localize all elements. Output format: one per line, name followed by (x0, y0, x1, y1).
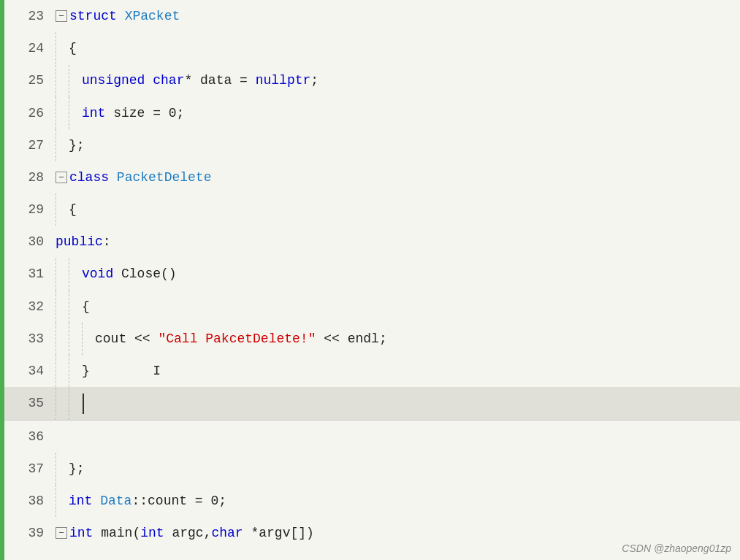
token-normal: { (82, 299, 90, 314)
indent-guide (56, 97, 69, 129)
code-editor: 23−struct XPacket24{25unsigned char* dat… (0, 0, 740, 560)
fold-icon[interactable]: − (56, 10, 67, 22)
indent-guide (56, 291, 69, 323)
line-number: 24 (4, 32, 53, 64)
line-row: 31void Close() (4, 258, 740, 290)
code-content: } I (53, 355, 740, 387)
indent-guide (56, 355, 69, 387)
token-normal: main( (93, 526, 140, 540)
code-content: −struct XPacket (53, 0, 740, 32)
code-content (53, 387, 740, 420)
token-null-kw: nullptr (256, 73, 311, 88)
code-content: void Close() (53, 258, 740, 290)
line-number: 29 (4, 193, 53, 226)
watermark: CSDN @zhaopeng01zp (622, 542, 731, 554)
code-content: }; (53, 453, 740, 485)
fold-icon[interactable]: − (56, 527, 67, 539)
token-normal (117, 9, 125, 23)
line-row: 24{ (4, 32, 740, 64)
line-number: 31 (4, 258, 53, 290)
line-number: 28 (4, 161, 53, 193)
line-row: 26int size = 0; (4, 97, 740, 129)
line-row: 35 (4, 387, 740, 420)
indent-guide (69, 97, 82, 129)
code-content: public: (53, 226, 740, 258)
line-row: 27}; (4, 129, 740, 161)
line-number: 25 (4, 64, 53, 96)
line-row: 30public: (4, 226, 740, 258)
indent-guide (69, 258, 82, 291)
line-row: 38int Data::count = 0; (4, 485, 740, 517)
token-kw-blue: void (82, 266, 113, 281)
code-content: int size = 0; (53, 97, 740, 129)
indent-guide (56, 129, 69, 161)
code-content: { (53, 193, 740, 226)
line-number: 32 (4, 291, 53, 323)
token-normal: *argv[]) (243, 526, 314, 540)
line-number: 26 (4, 97, 53, 129)
code-content: { (53, 32, 740, 64)
token-normal: { (69, 202, 77, 217)
code-content: }; (53, 129, 740, 161)
token-normal: ::count = 0; (131, 494, 226, 508)
token-kw-blue: unsigned (82, 73, 145, 88)
token-string-red: "Call PakcetDelete!" (158, 331, 316, 346)
token-kw-blue: class (69, 170, 109, 185)
line-number: 37 (4, 453, 53, 485)
indent-guide (56, 193, 69, 226)
code-content (53, 420, 740, 453)
line-row: 37}; (4, 453, 740, 485)
line-row: 29{ (4, 193, 740, 226)
line-number: 34 (4, 355, 53, 387)
token-type-name: PacketDelete (117, 170, 212, 185)
indent-guide (56, 323, 69, 355)
line-row: 25unsigned char* data = nullptr; (4, 64, 740, 96)
token-normal: } (82, 364, 90, 378)
token-normal (109, 170, 117, 185)
fold-icon[interactable]: − (56, 172, 67, 183)
code-content: −class PacketDelete (53, 161, 740, 193)
token-normal: << endl; (316, 331, 386, 346)
line-number: 30 (4, 226, 53, 258)
indent-guide (69, 323, 82, 355)
line-number: 38 (4, 485, 53, 517)
token-kw-blue: int (140, 526, 164, 540)
token-type-name: XPacket (125, 9, 180, 23)
indent-guide (56, 388, 69, 420)
line-row: 32{ (4, 291, 740, 323)
token-normal: }; (69, 461, 85, 476)
line-row: 28−class PacketDelete (4, 161, 740, 193)
indent-guide (56, 258, 69, 291)
token-normal: cout << (95, 331, 158, 346)
line-row: 34} I (4, 355, 740, 387)
token-kw-blue: int (82, 106, 105, 120)
line-number: 23 (4, 0, 53, 32)
token-normal: : (103, 234, 111, 249)
token-normal: size = 0; (105, 106, 184, 120)
token-normal: Close() (113, 266, 176, 281)
code-content: { (53, 291, 740, 323)
token-kw-blue: char (153, 73, 184, 88)
line-row: 36 (4, 420, 740, 453)
indent-guide (56, 32, 69, 64)
code-content: unsigned char* data = nullptr; (53, 64, 740, 96)
indent-guide (69, 65, 82, 97)
indent-guide (56, 453, 69, 485)
line-row: 23−struct XPacket (4, 0, 740, 32)
token-kw-blue: int (69, 526, 93, 540)
token-normal (92, 494, 100, 508)
token-kw-blue: int (69, 494, 92, 508)
indent-guide (56, 65, 69, 97)
code-content: int Data::count = 0; (53, 485, 740, 517)
indent-guide (69, 388, 82, 420)
token-type-name: Data (100, 494, 131, 508)
token-normal: * data = (184, 73, 255, 88)
token-normal (145, 73, 153, 88)
indent-guide (56, 485, 69, 517)
token-normal: ; (310, 73, 318, 88)
token-normal: { (69, 41, 77, 55)
line-row: 33cout << "Call PakcetDelete!" << endl; (4, 323, 740, 355)
indent-guide (69, 291, 82, 323)
indent-guide (69, 355, 82, 387)
text-cursor (83, 394, 84, 414)
